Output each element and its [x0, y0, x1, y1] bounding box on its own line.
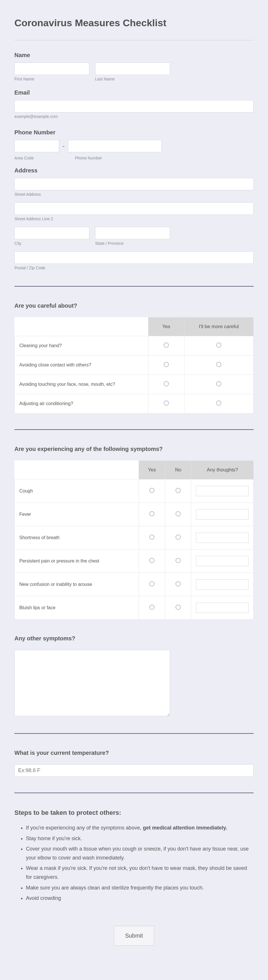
section-divider: [14, 429, 254, 430]
email-input[interactable]: [14, 100, 254, 113]
steps-heading: Steps to be taken to protect others:: [14, 809, 254, 816]
first-name-input[interactable]: [14, 62, 89, 75]
careful-table: Yes I'll be more careful Cleaning your h…: [14, 317, 254, 414]
radio-input[interactable]: [149, 535, 154, 540]
area-code-input[interactable]: [14, 140, 59, 152]
radio-input[interactable]: [176, 605, 181, 610]
list-item: Wear a mask if you're sick. If you're no…: [26, 864, 254, 881]
thought-input[interactable]: [196, 533, 249, 543]
radio-input[interactable]: [164, 342, 169, 348]
radio-input[interactable]: [149, 488, 154, 493]
radio-input[interactable]: [176, 511, 181, 516]
last-name-sublabel: Last Name: [95, 77, 170, 81]
table-row: Cleaning your hand?: [15, 336, 254, 355]
careful-heading: Are you careful about?: [14, 302, 254, 309]
symptoms-col-no: No: [165, 461, 191, 479]
email-hint: example@example.com: [14, 114, 254, 119]
table-row: New confusion or inability to arouse: [15, 573, 254, 596]
table-row: Cough: [15, 479, 254, 503]
thought-input[interactable]: [196, 509, 249, 520]
symptom-row-label: Cough: [15, 479, 139, 503]
steps-list: If you're experiencing any of the sympto…: [14, 823, 254, 903]
table-row: Fever: [15, 503, 254, 526]
careful-col-more: I'll be more careful: [184, 317, 253, 336]
state-input[interactable]: [95, 227, 170, 239]
submit-button[interactable]: Submit: [114, 926, 154, 946]
radio-input[interactable]: [176, 581, 181, 587]
list-item: Stay home if you're sick.: [26, 834, 254, 843]
symptoms-col-yes: Yes: [139, 461, 165, 479]
symptom-row-label: New confusion or inability to arouse: [15, 573, 139, 596]
page-title: Coronavirus Measures Checklist: [14, 17, 254, 29]
thought-input[interactable]: [196, 579, 249, 590]
radio-input[interactable]: [164, 401, 169, 406]
state-sublabel: State / Province: [95, 241, 170, 246]
careful-row-label: Cleaning your hand?: [15, 336, 148, 355]
thought-input[interactable]: [196, 556, 249, 566]
radio-input[interactable]: [216, 362, 221, 367]
name-field: Name First Name Last Name: [14, 52, 254, 81]
email-field: Email example@example.com: [14, 89, 254, 119]
street2-sublabel: Street Address Line 2: [14, 216, 254, 221]
table-row: Persistent pain or pressure in the chest: [15, 550, 254, 573]
other-symptoms-label: Any other symptoms?: [14, 635, 254, 642]
zip-input[interactable]: [14, 251, 254, 264]
street-input[interactable]: [14, 178, 254, 190]
city-sublabel: City: [14, 241, 89, 246]
radio-input[interactable]: [216, 381, 221, 387]
address-field: Address Street Address Street Address Li…: [14, 167, 254, 270]
thought-input[interactable]: [196, 603, 249, 613]
temperature-input[interactable]: [14, 764, 254, 777]
other-symptoms-textarea[interactable]: [14, 650, 170, 716]
careful-row-label: Avoiding touching your face, nose, mouth…: [15, 375, 148, 394]
radio-input[interactable]: [176, 535, 181, 540]
table-row: Shortness of breath: [15, 526, 254, 550]
thought-input[interactable]: [196, 486, 249, 496]
phone-field: Phone Number - Area Code Phone Number: [14, 129, 254, 160]
radio-input[interactable]: [164, 362, 169, 367]
zip-sublabel: Postal / Zip Code: [14, 266, 254, 270]
radio-input[interactable]: [149, 511, 154, 516]
street-sublabel: Street Address: [14, 192, 254, 197]
section-divider: [14, 792, 254, 793]
careful-col-yes: Yes: [148, 317, 184, 336]
radio-input[interactable]: [176, 558, 181, 563]
street2-input[interactable]: [14, 202, 254, 215]
list-item: Avoid crowding: [26, 894, 254, 903]
list-item: Make sure you are always clean and steri…: [26, 883, 254, 892]
careful-row-label: Avoiding close contact with others?: [15, 355, 148, 375]
temperature-label: What is your current temperature?: [14, 749, 254, 756]
area-code-sublabel: Area Code: [14, 156, 59, 160]
careful-row-label: Adjusting air conditioning?: [15, 394, 148, 414]
symptoms-col-thoughts: Any thoughts?: [191, 461, 254, 479]
list-item: Cover your mouth with a tissue when you …: [26, 845, 254, 862]
last-name-input[interactable]: [95, 62, 170, 75]
phone-number-sublabel: Phone Number: [75, 156, 102, 160]
radio-input[interactable]: [216, 342, 221, 348]
divider: [14, 40, 254, 40]
radio-input[interactable]: [149, 558, 154, 563]
symptoms-table: Yes No Any thoughts? Cough Fever Shortne…: [14, 460, 254, 620]
table-row: Avoiding close contact with others?: [15, 355, 254, 375]
phone-dash: -: [62, 142, 65, 150]
symptom-row-label: Shortness of breath: [15, 526, 139, 550]
table-row: Adjusting air conditioning?: [15, 394, 254, 414]
email-label: Email: [14, 89, 254, 96]
table-row: Bluish lips or face: [15, 596, 254, 620]
symptom-row-label: Persistent pain or pressure in the chest: [15, 550, 139, 573]
city-input[interactable]: [14, 227, 89, 239]
address-label: Address: [14, 167, 254, 174]
phone-number-input[interactable]: [68, 140, 162, 152]
radio-input[interactable]: [149, 581, 154, 587]
radio-input[interactable]: [149, 605, 154, 610]
radio-input[interactable]: [176, 488, 181, 493]
symptoms-heading: Are you experiencing any of the followin…: [14, 446, 254, 452]
radio-input[interactable]: [164, 381, 169, 387]
first-name-sublabel: First Name: [14, 77, 89, 81]
radio-input[interactable]: [216, 401, 221, 406]
section-divider: [14, 733, 254, 734]
symptom-row-label: Bluish lips or face: [15, 596, 139, 620]
phone-label: Phone Number: [14, 129, 254, 136]
list-item: If you're experiencing any of the sympto…: [26, 823, 254, 832]
table-row: Avoiding touching your face, nose, mouth…: [15, 375, 254, 394]
